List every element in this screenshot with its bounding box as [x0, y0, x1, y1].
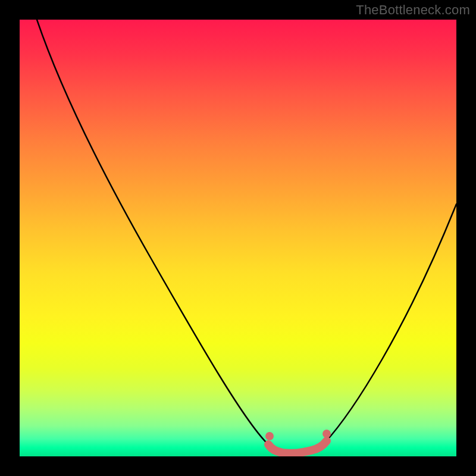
plot-area [20, 20, 456, 456]
highlight-end-dot [322, 430, 331, 438]
curve-layer [20, 20, 456, 456]
chart-container: TheBottleneck.com [0, 0, 476, 476]
highlight-segment [268, 441, 327, 453]
highlight-start-dot [265, 432, 274, 440]
bottleneck-curve [37, 20, 456, 453]
attribution-text: TheBottleneck.com [356, 2, 470, 18]
